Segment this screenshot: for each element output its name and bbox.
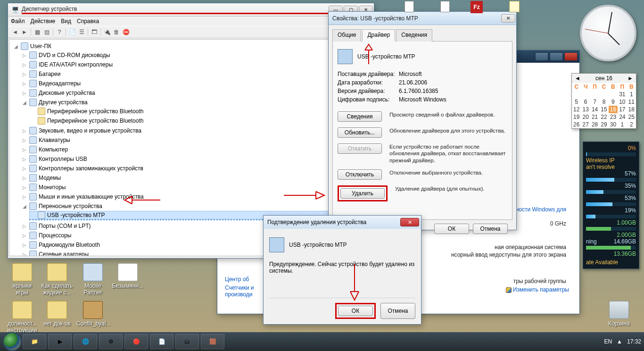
help-icon[interactable]: ? (55, 28, 64, 36)
menu-action[interactable]: Действие (31, 18, 56, 25)
device-category-icon (29, 251, 37, 256)
tray-flag[interactable]: ▲ (617, 338, 622, 345)
folder-icon (47, 263, 67, 281)
confirm-ok-button[interactable]: ОК (338, 306, 373, 316)
close-button[interactable] (564, 52, 578, 61)
update-center-link[interactable]: Центр об (225, 276, 249, 283)
menu-file[interactable]: Файл (11, 18, 25, 25)
tree-item[interactable]: ▷Звуковые, видео и игровые устройства (21, 126, 371, 135)
properties-icon[interactable]: 📄 (68, 28, 76, 36)
tree-item[interactable]: ◢Переносные устройства (21, 202, 371, 210)
desktop-icon-recycle[interactable]: Корзина (603, 301, 636, 327)
desktop-icon-nodocs[interactable]: нет док-ов (41, 301, 74, 327)
task-app3[interactable]: 📄 (150, 334, 173, 349)
devmgr-titlebar[interactable]: 🖥️ Диспетчер устройств — ▢ ✕ (8, 3, 374, 17)
filezilla-icon[interactable]: Fz (471, 1, 483, 13)
update-driver-button[interactable]: Обновить... (338, 127, 382, 138)
task-app2[interactable]: 🔴 (124, 334, 148, 349)
tab-general[interactable]: Общие (332, 29, 361, 42)
close-button[interactable]: ✕ (400, 218, 419, 226)
shield-icon (506, 287, 512, 293)
tree-item[interactable]: ▷Мыши и иные указывающие устройства (21, 192, 371, 201)
tree-item[interactable]: ▷Клавиатуры (21, 136, 371, 144)
minimize-button[interactable] (535, 52, 548, 61)
desktop-icon-conflit[interactable]: Conflit_byal... (76, 301, 109, 327)
change-settings-link[interactable]: Изменить параметры (506, 286, 569, 293)
show-hidden-icon[interactable]: ▦ (33, 28, 41, 36)
system-tray[interactable]: EN ▲ 17:32 (604, 338, 641, 345)
view-icon[interactable]: ▤ (42, 28, 51, 36)
props-titlebar[interactable]: Свойства: USB -устройство MTP ✕ (329, 12, 516, 25)
uninstall-icon[interactable]: 🗑 (112, 28, 121, 36)
tree-item[interactable]: ▷Батареи (21, 70, 371, 78)
task-explorer[interactable]: 📁 (23, 334, 46, 349)
devmgr-menubar: Файл Действие Вид Справка (8, 17, 374, 26)
version-label: Версия драйвера: (338, 88, 399, 94)
tray-lang[interactable]: EN (604, 338, 612, 345)
clock-gadget[interactable] (580, 5, 636, 61)
date-label: Дата разработки: (338, 79, 399, 86)
task-app5[interactable]: 🟫 (201, 334, 224, 349)
desktop-icon-unnamed[interactable]: Безымянн... (111, 263, 144, 289)
start-button[interactable] (3, 332, 22, 351)
windows-index-link[interactable]: ности Windows для (516, 206, 566, 213)
back-icon[interactable]: ◄ (11, 28, 19, 36)
tree-item[interactable]: ▷DVD и CD-ROM дисководы (21, 51, 371, 59)
disable-button[interactable]: Отключить (338, 169, 382, 180)
device-category-icon (29, 193, 37, 201)
tree-item[interactable]: ◢Другие устройства (21, 98, 371, 107)
task-wmp[interactable]: ▶ (48, 334, 72, 349)
task-browser[interactable]: 🌐 (74, 334, 97, 349)
menu-view[interactable]: Вид (61, 18, 71, 25)
tab-details[interactable]: Сведения (396, 29, 432, 42)
cal-prev[interactable]: ◄ (575, 75, 580, 82)
confirm-cancel-button[interactable]: Отмена (380, 303, 415, 319)
close-button[interactable]: ✕ (501, 14, 515, 23)
tree-item[interactable]: ▷Компьютер (21, 145, 371, 154)
tab-driver[interactable]: Драйвер (362, 29, 395, 42)
cancel-button[interactable]: Отмена (473, 224, 508, 234)
tree-item[interactable]: ▷Дисковые устройства (21, 89, 371, 97)
ok-button[interactable]: ОК (434, 224, 469, 234)
task-app4[interactable]: 🗂 (175, 334, 199, 349)
forward-icon[interactable]: ► (20, 28, 29, 36)
desktop-icon-liquid[interactable]: Как сделать жидкие с... (41, 263, 74, 296)
desktop-file-icon[interactable] (440, 1, 450, 12)
device-properties-window: Свойства: USB -устройство MTP ✕ Общие Др… (328, 11, 517, 230)
task-app[interactable]: ⚙ (99, 334, 123, 349)
desktop-icon-jobs[interactable]: должност... инструкции (6, 301, 39, 334)
driver-details-button[interactable]: Сведения (338, 111, 382, 122)
update-driver-icon[interactable]: 🔌 (103, 28, 111, 36)
device-category-icon (29, 51, 37, 59)
props-title: Свойства: USB -устройство MTP (332, 15, 501, 22)
cpu-total: 0% (586, 145, 636, 151)
tree-item[interactable]: Периферийное устройство Bluetooth (29, 107, 371, 116)
desktop-icon-games[interactable]: ярлыки игры (6, 263, 39, 296)
list-icon[interactable]: ☰ (77, 28, 86, 36)
disable-icon[interactable]: ⛔ (122, 28, 130, 36)
rollback-driver-button[interactable]: Откатить (338, 143, 382, 154)
tree-item[interactable]: ▷Контроллеры USB (21, 155, 371, 163)
cal-next[interactable]: ► (627, 75, 633, 82)
maximize-button[interactable] (550, 52, 563, 61)
system-monitor-gadget[interactable]: 0% Wireless IPan't resolve 57% 35% 53% 1… (583, 142, 639, 269)
desktop-icon-mobile[interactable]: Mobile Partner (76, 263, 109, 296)
uninstall-button[interactable]: Удалить (340, 188, 385, 199)
scan-icon[interactable]: 🗔 (90, 28, 99, 36)
tree-item[interactable]: ▷Мониторы (21, 183, 371, 192)
tree-item[interactable]: ▷Контроллеры запоминающих устройств (21, 164, 371, 173)
desktop-file-icon[interactable] (405, 1, 414, 12)
calendar-gadget[interactable]: ◄сен 16► СЧПСВПВ311567891011121314151617… (571, 73, 636, 129)
tree-item[interactable]: Периферийное устройство Bluetooth (29, 117, 371, 125)
menu-help[interactable]: Справка (77, 18, 99, 25)
device-category-icon (29, 222, 37, 230)
tree-item[interactable]: ▷Видеоадаптеры (21, 79, 371, 88)
tree-item[interactable]: ▷Модемы (21, 174, 371, 182)
tree-root[interactable]: ◢User-ПК (12, 42, 371, 50)
tree-item[interactable]: ▷IDE ATA/ATAPI контроллеры (21, 60, 371, 69)
device-category-icon (29, 232, 37, 239)
notepad-icon[interactable] (509, 1, 520, 12)
perf-counters-link[interactable]: Счетчики ипроизводи (225, 284, 254, 298)
confirm-titlebar[interactable]: Подтверждение удаления устройства ✕ (264, 216, 421, 229)
device-category-icon (29, 146, 37, 153)
